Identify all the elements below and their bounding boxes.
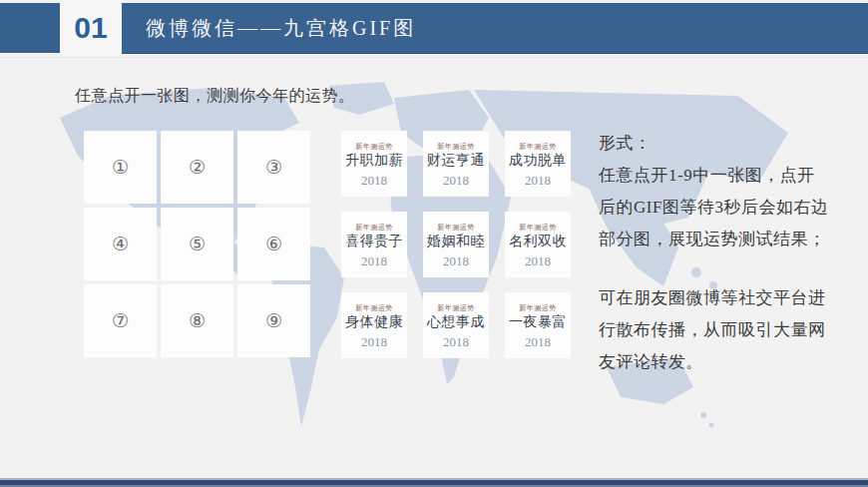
fortune-card-8[interactable]: 新年测运势 心想事成 2018 xyxy=(423,292,489,358)
number-card-2[interactable]: ② xyxy=(161,131,233,204)
header-title-bar: 微博微信——九宫格GIF图 xyxy=(122,3,868,54)
fortune-card-5[interactable]: 新年测运势 婚姻和睦 2018 xyxy=(423,212,489,277)
fortune-year: 2018 xyxy=(525,253,551,268)
fortune-name: 一夜暴富 xyxy=(509,314,567,330)
number-label: ⑤ xyxy=(189,233,206,255)
fortune-name: 喜得贵子 xyxy=(345,234,403,249)
fortune-card-1[interactable]: 新年测运势 升职加薪 2018 xyxy=(341,131,407,197)
fortune-tag: 新年测运势 xyxy=(355,224,393,232)
fortune-card-3[interactable]: 新年测运势 成功脱单 2018 xyxy=(505,131,571,197)
fortune-name: 婚姻和睦 xyxy=(427,234,485,249)
fortune-year: 2018 xyxy=(443,173,469,188)
number-label: ③ xyxy=(265,156,282,179)
intro-text: 任意点开一张图，测测你今年的运势。 xyxy=(75,86,355,107)
fortune-tag: 新年测运势 xyxy=(437,304,475,312)
panel-heading: 形式： xyxy=(599,128,856,160)
fortune-name: 成功脱单 xyxy=(509,153,567,169)
panel-paragraph-2: 可在朋友圈微博等社交平台进 行散布传播，从而吸引大量网 友评论转发。 xyxy=(599,282,856,378)
fortune-card-2[interactable]: 新年测运势 财运亨通 2018 xyxy=(423,131,489,197)
fortune-name: 名利双收 xyxy=(509,234,567,249)
number-card-3[interactable]: ③ xyxy=(237,131,310,204)
section-number: 01 xyxy=(60,0,122,55)
text-line: 任意点开1-9中一张图，点开 xyxy=(599,160,856,192)
number-card-8[interactable]: ⑧ xyxy=(161,284,233,357)
number-card-7[interactable]: ⑦ xyxy=(84,284,157,357)
fortune-year: 2018 xyxy=(525,334,551,349)
fortune-tag: 新年测运势 xyxy=(519,224,557,232)
fortune-year: 2018 xyxy=(361,253,387,268)
number-label: ② xyxy=(189,156,206,179)
fortune-tag: 新年测运势 xyxy=(355,143,393,151)
number-label: ⑥ xyxy=(265,233,282,255)
number-card-1[interactable]: ① xyxy=(84,131,157,204)
number-card-5[interactable]: ⑤ xyxy=(161,208,233,280)
fortune-year: 2018 xyxy=(361,334,387,349)
text-line: 后的GIF图等待3秒后会如右边 xyxy=(599,192,856,224)
text-line: 可在朋友圈微博等社交平台进 xyxy=(599,282,856,314)
number-grid: ① ② ③ ④ ⑤ ⑥ ⑦ ⑧ ⑨ xyxy=(84,131,310,357)
description-panel: 形式： 任意点开1-9中一张图，点开 后的GIF图等待3秒后会如右边 部分图，展… xyxy=(599,128,856,378)
fortune-tag: 新年测运势 xyxy=(437,143,475,151)
number-label: ⑧ xyxy=(189,309,206,332)
fortune-year: 2018 xyxy=(361,173,387,188)
header-accent-block xyxy=(0,3,60,53)
text-line: 行散布传播，从而吸引大量网 xyxy=(599,314,856,346)
number-label: ④ xyxy=(112,233,129,255)
fortune-card-9[interactable]: 新年测运势 一夜暴富 2018 xyxy=(505,292,571,358)
text-line: 部分图，展现运势测试结果； xyxy=(599,224,856,255)
fortune-card-7[interactable]: 新年测运势 身体健康 2018 xyxy=(341,292,407,358)
fortune-year: 2018 xyxy=(443,253,469,268)
text-line: 友评论转发。 xyxy=(599,346,856,378)
presentation-slide: 01 微博微信——九宫格GIF图 任意点开一张图，测测你今年的运势。 ① ② ③… xyxy=(0,0,868,487)
fortune-grid: 新年测运势 升职加薪 2018 新年测运势 财运亨通 2018 新年测运势 成功… xyxy=(341,131,571,358)
number-card-6[interactable]: ⑥ xyxy=(237,208,310,280)
fortune-name: 心想事成 xyxy=(427,314,485,330)
fortune-name: 身体健康 xyxy=(345,314,403,330)
footer-bar xyxy=(0,478,868,487)
header-divider xyxy=(0,57,868,58)
fortune-tag: 新年测运势 xyxy=(437,224,475,232)
panel-paragraph-1: 任意点开1-9中一张图，点开 后的GIF图等待3秒后会如右边 部分图，展现运势测… xyxy=(599,160,856,255)
fortune-tag: 新年测运势 xyxy=(519,143,557,151)
fortune-tag: 新年测运势 xyxy=(519,304,557,312)
fortune-year: 2018 xyxy=(525,173,551,188)
number-card-4[interactable]: ④ xyxy=(84,208,157,280)
fortune-card-6[interactable]: 新年测运势 名利双收 2018 xyxy=(505,212,571,277)
fortune-card-4[interactable]: 新年测运势 喜得贵子 2018 xyxy=(341,212,407,277)
number-label: ① xyxy=(112,156,129,179)
fortune-year: 2018 xyxy=(443,334,469,349)
number-label: ⑨ xyxy=(265,309,282,332)
fortune-tag: 新年测运势 xyxy=(355,304,393,312)
number-label: ⑦ xyxy=(112,309,129,332)
fortune-name: 升职加薪 xyxy=(345,153,403,169)
fortune-name: 财运亨通 xyxy=(427,153,485,169)
page-title: 微博微信——九宫格GIF图 xyxy=(146,15,416,42)
number-card-9[interactable]: ⑨ xyxy=(237,284,310,357)
